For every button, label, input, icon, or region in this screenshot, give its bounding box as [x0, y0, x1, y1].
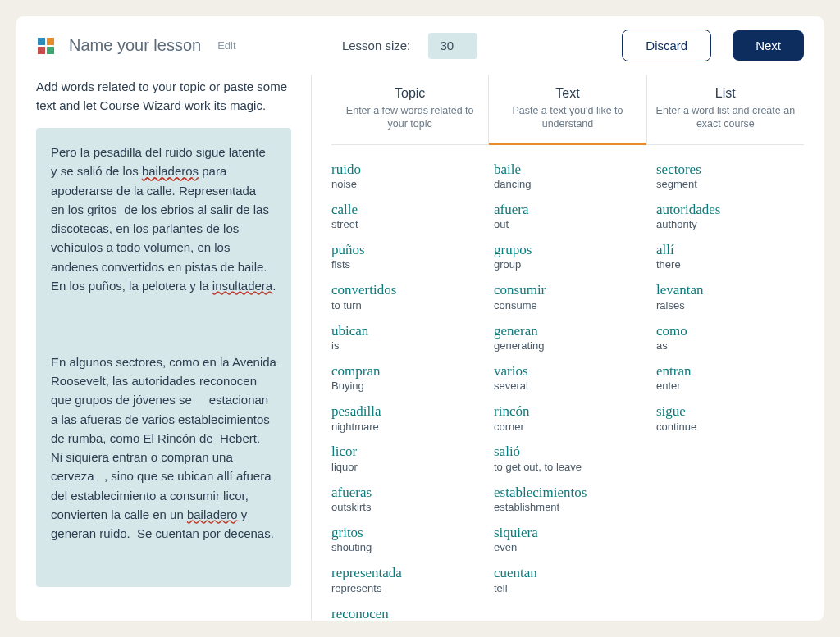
word-item[interactable]: sectoressegment	[656, 162, 804, 192]
word-item[interactable]: afueraout	[494, 202, 641, 232]
word-spanish: varios	[494, 363, 641, 380]
word-item[interactable]: gritosshouting	[331, 525, 479, 555]
word-item[interactable]: pesadillanightmare	[331, 403, 479, 434]
tab-topic[interactable]: TopicEnter a few words related to your t…	[331, 75, 488, 144]
word-english: there	[656, 258, 804, 272]
word-spanish: autoridades	[656, 202, 804, 218]
word-item[interactable]: representadarepresents	[331, 565, 479, 595]
word-spanish: rincón	[494, 403, 641, 420]
word-item[interactable]: ruidonoise	[331, 162, 479, 192]
word-english: to turn	[331, 299, 479, 313]
word-item[interactable]: salióto get out, to leave	[494, 444, 641, 474]
word-grid: ruidonoisecallestreetpuñosfistsconvertid…	[312, 145, 824, 621]
next-button[interactable]: Next	[733, 30, 804, 61]
word-item[interactable]: callestreet	[331, 202, 479, 232]
discard-button[interactable]: Discard	[622, 30, 711, 61]
word-item[interactable]: levantanraises	[656, 282, 804, 312]
main-container: Name your lesson Edit Lesson size: Disca…	[16, 16, 824, 621]
svg-rect-1	[47, 38, 54, 45]
word-english: street	[331, 218, 479, 232]
app-logo-icon	[36, 36, 56, 56]
word-item[interactable]: siguecontinue	[656, 403, 804, 434]
word-spanish: afueras	[331, 485, 479, 501]
tab-subtitle: Enter a word list and create an exact co…	[654, 104, 797, 131]
word-item[interactable]: establecimientosestablishment	[494, 485, 641, 515]
word-english: nightmare	[331, 421, 479, 435]
word-item[interactable]: entranenter	[656, 363, 804, 394]
word-item[interactable]: reconocenadmit	[331, 606, 479, 621]
word-item[interactable]: generangenerating	[494, 323, 641, 353]
word-english: enter	[656, 380, 804, 394]
word-column-1: ruidonoisecallestreetpuñosfistsconvertid…	[331, 162, 479, 605]
word-spanish: establecimientos	[494, 485, 641, 501]
word-english: fists	[331, 258, 479, 272]
word-spanish: convertidos	[331, 282, 479, 298]
header: Name your lesson Edit Lesson size: Disca…	[16, 16, 824, 75]
word-item[interactable]: licorliquor	[331, 444, 479, 474]
word-spanish: baile	[494, 162, 641, 178]
word-item[interactable]: afuerasoutskirts	[331, 485, 479, 515]
word-spanish: como	[656, 323, 804, 339]
word-item[interactable]: siquieraeven	[494, 525, 641, 555]
word-english: group	[494, 258, 641, 272]
body: Add words related to your topic or paste…	[16, 75, 824, 621]
word-item[interactable]: bailedancing	[494, 162, 641, 192]
tab-text[interactable]: TextPaste a text you'd like to understan…	[488, 75, 646, 144]
word-item[interactable]: variosseveral	[494, 363, 641, 394]
word-item[interactable]: ubicanis	[331, 323, 479, 353]
word-spanish: salió	[494, 444, 641, 460]
word-spanish: sigue	[656, 403, 804, 420]
word-english: continue	[656, 421, 804, 435]
word-english: Buying	[331, 380, 479, 394]
text-input-area[interactable]: Pero la pesadilla del ruido sigue latent…	[36, 128, 291, 587]
word-english: as	[656, 339, 804, 353]
word-english: tell	[494, 582, 641, 596]
tab-title: Topic	[338, 86, 482, 101]
word-spanish: sectores	[656, 162, 804, 178]
word-spanish: afuera	[494, 202, 641, 218]
tab-list[interactable]: ListEnter a word list and create an exac…	[646, 75, 804, 144]
word-item[interactable]: comoas	[656, 323, 804, 353]
word-spanish: siquiera	[494, 525, 641, 541]
word-english: out	[494, 218, 641, 232]
word-spanish: compran	[331, 363, 479, 380]
tab-subtitle: Paste a text you'd like to understand	[495, 104, 639, 131]
tab-subtitle: Enter a few words related to your topic	[338, 104, 482, 131]
word-spanish: puños	[331, 242, 479, 258]
word-english: several	[494, 380, 641, 394]
left-panel: Add words related to your topic or paste…	[16, 75, 312, 621]
instruction-text: Add words related to your topic or paste…	[36, 78, 291, 115]
word-english: segment	[656, 178, 804, 192]
word-item[interactable]: puñosfists	[331, 242, 479, 272]
word-column-3: sectoressegmentautoridadesauthorityallít…	[656, 162, 804, 605]
word-spanish: levantan	[656, 282, 804, 298]
word-item[interactable]: convertidosto turn	[331, 282, 479, 312]
svg-rect-0	[38, 38, 45, 45]
right-panel: TopicEnter a few words related to your t…	[312, 75, 824, 621]
lesson-name-label[interactable]: Name your lesson	[69, 36, 201, 55]
word-item[interactable]: gruposgroup	[494, 242, 641, 272]
word-spanish: ruido	[331, 162, 479, 178]
word-spanish: grupos	[494, 242, 641, 258]
word-spanish: reconocen	[331, 606, 479, 621]
word-spanish: allí	[656, 242, 804, 258]
word-spanish: representada	[331, 565, 479, 581]
lesson-size-input[interactable]	[428, 33, 477, 59]
word-item[interactable]: autoridadesauthority	[656, 202, 804, 232]
word-item[interactable]: cuentantell	[494, 565, 641, 595]
word-english: shouting	[331, 541, 479, 555]
word-english: corner	[494, 421, 641, 435]
word-english: is	[331, 339, 479, 353]
word-spanish: licor	[331, 444, 479, 460]
word-english: generating	[494, 339, 641, 353]
word-item[interactable]: allíthere	[656, 242, 804, 272]
lesson-size-label: Lesson size:	[342, 39, 410, 52]
svg-rect-2	[38, 47, 45, 54]
word-item[interactable]: compranBuying	[331, 363, 479, 394]
tabs: TopicEnter a few words related to your t…	[331, 75, 804, 145]
word-spanish: cuentan	[494, 565, 641, 581]
word-item[interactable]: rincóncorner	[494, 403, 641, 434]
edit-link[interactable]: Edit	[217, 39, 235, 52]
word-item[interactable]: consumirconsume	[494, 282, 641, 312]
word-english: consume	[494, 299, 641, 313]
